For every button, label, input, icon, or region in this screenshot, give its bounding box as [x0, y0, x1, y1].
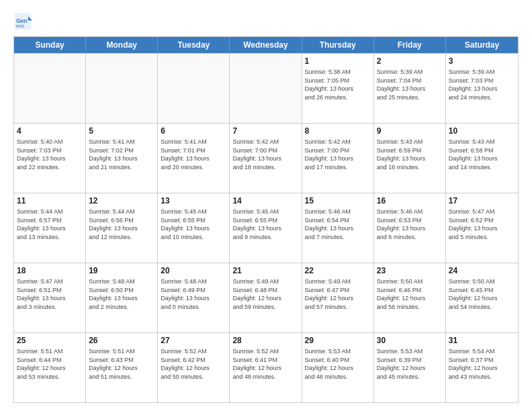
day-info: Sunrise: 5:52 AM Sunset: 6:41 PM Dayligh… — [232, 347, 298, 381]
svg-text:Gen: Gen — [16, 17, 28, 24]
day-cell-30: 30Sunrise: 5:53 AM Sunset: 6:39 PM Dayli… — [374, 333, 446, 402]
header: Gen eral — [13, 12, 519, 31]
day-cell-23: 23Sunrise: 5:50 AM Sunset: 6:46 PM Dayli… — [374, 263, 446, 332]
week-row-4: 18Sunrise: 5:47 AM Sunset: 6:51 PM Dayli… — [14, 263, 518, 332]
day-info: Sunrise: 5:48 AM Sunset: 6:50 PM Dayligh… — [89, 277, 154, 311]
day-info: Sunrise: 5:49 AM Sunset: 6:47 PM Dayligh… — [305, 277, 371, 311]
logo-icon: Gen eral — [13, 12, 32, 31]
day-cell-2: 2Sunrise: 5:39 AM Sunset: 7:04 PM Daylig… — [374, 54, 446, 123]
header-cell-tuesday: Tuesday — [158, 37, 230, 53]
day-info: Sunrise: 5:45 AM Sunset: 6:55 PM Dayligh… — [161, 208, 226, 241]
day-cell-1: 1Sunrise: 5:38 AM Sunset: 7:05 PM Daylig… — [302, 54, 374, 123]
day-cell-4: 4Sunrise: 5:40 AM Sunset: 7:03 PM Daylig… — [14, 124, 86, 193]
day-cell-9: 9Sunrise: 5:43 AM Sunset: 6:59 PM Daylig… — [374, 124, 446, 193]
day-info: Sunrise: 5:38 AM Sunset: 7:05 PM Dayligh… — [305, 68, 371, 101]
day-number: 27 — [161, 335, 226, 346]
day-number: 4 — [17, 126, 83, 136]
day-number: 20 — [161, 265, 226, 276]
day-number: 2 — [377, 56, 443, 66]
day-number: 21 — [232, 265, 298, 276]
calendar: SundayMondayTuesdayWednesdayThursdayFrid… — [13, 36, 519, 403]
day-info: Sunrise: 5:43 AM Sunset: 6:59 PM Dayligh… — [377, 138, 443, 171]
day-cell-3: 3Sunrise: 5:39 AM Sunset: 7:03 PM Daylig… — [446, 54, 518, 123]
day-cell — [14, 54, 86, 123]
day-info: Sunrise: 5:49 AM Sunset: 6:48 PM Dayligh… — [232, 277, 298, 311]
day-cell — [158, 54, 230, 123]
day-cell-26: 26Sunrise: 5:51 AM Sunset: 6:43 PM Dayli… — [86, 333, 158, 402]
day-info: Sunrise: 5:51 AM Sunset: 6:44 PM Dayligh… — [17, 347, 83, 381]
day-info: Sunrise: 5:39 AM Sunset: 7:04 PM Dayligh… — [377, 68, 443, 101]
day-info: Sunrise: 5:44 AM Sunset: 6:56 PM Dayligh… — [89, 208, 154, 241]
day-cell-31: 31Sunrise: 5:54 AM Sunset: 6:37 PM Dayli… — [446, 333, 518, 402]
header-cell-monday: Monday — [86, 37, 158, 53]
day-number: 29 — [305, 335, 371, 346]
day-number: 24 — [449, 265, 515, 276]
day-info: Sunrise: 5:47 AM Sunset: 6:51 PM Dayligh… — [17, 277, 83, 311]
day-number: 11 — [17, 195, 83, 206]
day-info: Sunrise: 5:43 AM Sunset: 6:58 PM Dayligh… — [449, 138, 515, 171]
day-number: 5 — [89, 126, 154, 136]
day-info: Sunrise: 5:50 AM Sunset: 6:45 PM Dayligh… — [449, 277, 515, 311]
day-cell-17: 17Sunrise: 5:47 AM Sunset: 6:52 PM Dayli… — [446, 193, 518, 263]
day-cell-14: 14Sunrise: 5:45 AM Sunset: 6:55 PM Dayli… — [230, 193, 302, 263]
day-cell — [86, 54, 158, 123]
page: Gen eral SundayMondayTuesdayWednesdayThu… — [0, 0, 532, 411]
day-cell-20: 20Sunrise: 5:48 AM Sunset: 6:49 PM Dayli… — [158, 263, 230, 332]
day-info: Sunrise: 5:54 AM Sunset: 6:37 PM Dayligh… — [449, 347, 515, 381]
day-number: 16 — [377, 195, 443, 206]
week-row-2: 4Sunrise: 5:40 AM Sunset: 7:03 PM Daylig… — [14, 123, 518, 193]
day-cell-6: 6Sunrise: 5:41 AM Sunset: 7:01 PM Daylig… — [158, 124, 230, 193]
day-number: 1 — [305, 56, 371, 66]
day-number: 18 — [17, 265, 83, 276]
day-cell-12: 12Sunrise: 5:44 AM Sunset: 6:56 PM Dayli… — [86, 193, 158, 263]
day-cell-16: 16Sunrise: 5:46 AM Sunset: 6:53 PM Dayli… — [374, 193, 446, 263]
day-number: 25 — [17, 335, 83, 346]
day-info: Sunrise: 5:44 AM Sunset: 6:57 PM Dayligh… — [17, 208, 83, 241]
day-info: Sunrise: 5:42 AM Sunset: 7:00 PM Dayligh… — [305, 138, 371, 171]
svg-text:eral: eral — [16, 24, 24, 28]
day-cell-11: 11Sunrise: 5:44 AM Sunset: 6:57 PM Dayli… — [14, 193, 86, 263]
day-number: 13 — [161, 195, 226, 206]
day-number: 14 — [232, 195, 298, 206]
calendar-header: SundayMondayTuesdayWednesdayThursdayFrid… — [14, 37, 518, 53]
day-info: Sunrise: 5:48 AM Sunset: 6:49 PM Dayligh… — [161, 277, 226, 311]
day-info: Sunrise: 5:41 AM Sunset: 7:02 PM Dayligh… — [89, 138, 154, 171]
day-info: Sunrise: 5:41 AM Sunset: 7:01 PM Dayligh… — [161, 138, 226, 171]
day-cell — [230, 54, 302, 123]
day-number: 28 — [232, 335, 298, 346]
day-info: Sunrise: 5:53 AM Sunset: 6:40 PM Dayligh… — [305, 347, 371, 381]
day-info: Sunrise: 5:53 AM Sunset: 6:39 PM Dayligh… — [377, 347, 443, 381]
day-cell-21: 21Sunrise: 5:49 AM Sunset: 6:48 PM Dayli… — [230, 263, 302, 332]
day-number: 22 — [305, 265, 371, 276]
day-number: 6 — [161, 126, 226, 136]
header-cell-saturday: Saturday — [446, 37, 518, 53]
header-cell-sunday: Sunday — [14, 37, 86, 53]
day-number: 12 — [89, 195, 154, 206]
header-cell-friday: Friday — [374, 37, 446, 53]
day-cell-5: 5Sunrise: 5:41 AM Sunset: 7:02 PM Daylig… — [86, 124, 158, 193]
day-info: Sunrise: 5:47 AM Sunset: 6:52 PM Dayligh… — [449, 208, 515, 241]
day-cell-19: 19Sunrise: 5:48 AM Sunset: 6:50 PM Dayli… — [86, 263, 158, 332]
day-cell-25: 25Sunrise: 5:51 AM Sunset: 6:44 PM Dayli… — [14, 333, 86, 402]
day-cell-18: 18Sunrise: 5:47 AM Sunset: 6:51 PM Dayli… — [14, 263, 86, 332]
day-cell-27: 27Sunrise: 5:52 AM Sunset: 6:42 PM Dayli… — [158, 333, 230, 402]
day-number: 8 — [305, 126, 371, 136]
week-row-1: 1Sunrise: 5:38 AM Sunset: 7:05 PM Daylig… — [14, 53, 518, 123]
day-cell-29: 29Sunrise: 5:53 AM Sunset: 6:40 PM Dayli… — [302, 333, 374, 402]
day-number: 19 — [89, 265, 154, 276]
day-info: Sunrise: 5:42 AM Sunset: 7:00 PM Dayligh… — [232, 138, 298, 171]
day-info: Sunrise: 5:50 AM Sunset: 6:46 PM Dayligh… — [377, 277, 443, 311]
day-number: 17 — [449, 195, 515, 206]
day-cell-8: 8Sunrise: 5:42 AM Sunset: 7:00 PM Daylig… — [302, 124, 374, 193]
week-row-5: 25Sunrise: 5:51 AM Sunset: 6:44 PM Dayli… — [14, 332, 518, 402]
day-info: Sunrise: 5:51 AM Sunset: 6:43 PM Dayligh… — [89, 347, 154, 381]
day-number: 9 — [377, 126, 443, 136]
header-cell-thursday: Thursday — [302, 37, 374, 53]
header-cell-wednesday: Wednesday — [230, 37, 302, 53]
day-number: 30 — [377, 335, 443, 346]
day-cell-15: 15Sunrise: 5:46 AM Sunset: 6:54 PM Dayli… — [302, 193, 374, 263]
day-number: 7 — [232, 126, 298, 136]
day-info: Sunrise: 5:45 AM Sunset: 6:55 PM Dayligh… — [232, 208, 298, 241]
calendar-body: 1Sunrise: 5:38 AM Sunset: 7:05 PM Daylig… — [14, 53, 518, 402]
day-info: Sunrise: 5:46 AM Sunset: 6:54 PM Dayligh… — [305, 208, 371, 241]
